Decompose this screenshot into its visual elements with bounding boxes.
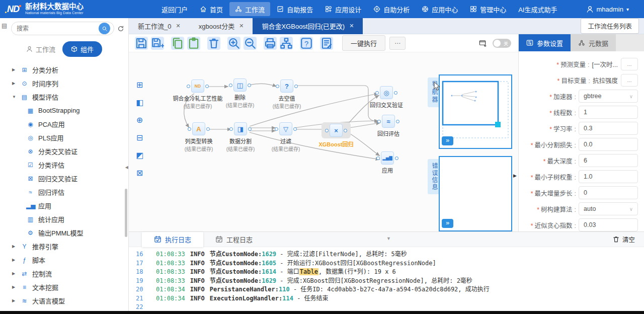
- input-port[interactable]: [275, 127, 278, 131]
- param-select[interactable]: gbtree∨: [579, 90, 638, 103]
- output-port[interactable]: [396, 120, 399, 123]
- toolbar-more-button[interactable]: ⋯: [389, 37, 406, 50]
- nav-item-4[interactable]: 应用设计: [319, 2, 367, 16]
- workflow-tab-0[interactable]: 新工作流_0✕: [129, 18, 190, 34]
- mode-组件[interactable]: 组件: [62, 41, 102, 57]
- tab-metadata[interactable]: 元数据: [571, 34, 616, 51]
- log-tab-project[interactable]: 工程日志: [203, 232, 265, 247]
- align-columns-icon[interactable]: ⊞: [133, 78, 146, 91]
- tree-item-2[interactable]: ▼▤模型评估: [0, 90, 128, 104]
- tree-item-17[interactable]: ▶≋大语言模型: [0, 294, 128, 307]
- mode-工作流[interactable]: 工作流: [26, 44, 55, 54]
- refresh-icon[interactable]: [117, 25, 124, 32]
- chevron-right-icon[interactable]: ▶: [12, 271, 20, 276]
- tree-item-3[interactable]: ▦BootStrapping: [0, 104, 128, 117]
- chevron-right-icon[interactable]: ▶: [12, 285, 20, 289]
- tree-item-13[interactable]: ▶Y推荐引擎: [0, 240, 128, 253]
- input-port[interactable]: [188, 127, 191, 131]
- sidebar-scrollbar[interactable]: [125, 189, 127, 237]
- split-view-icon[interactable]: ◧: [133, 96, 146, 109]
- chevron-right-icon[interactable]: ▶: [12, 258, 20, 262]
- auto-layout-button[interactable]: [280, 37, 293, 50]
- tree-item-0[interactable]: ▶⊞分类分析: [0, 63, 128, 76]
- output-port[interactable]: [293, 127, 297, 131]
- right-panel-collapse-icon[interactable]: ▶: [513, 173, 517, 178]
- node-apply[interactable]: ▂▅▇应用: [357, 151, 418, 174]
- delete-button[interactable]: [207, 37, 220, 50]
- task-list-button[interactable]: 工作流任务列表: [581, 18, 639, 34]
- workflow-canvas[interactable]: ⊞◧⊕⊟◩⊠ ND铜合金冷轧工艺性能(结果已缓存)◫删除(结果已缓存)?去空值(…: [129, 52, 518, 231]
- param-input[interactable]: 0.03: [579, 218, 638, 231]
- workflow-tab-2[interactable]: 铜合金XGBoost回归(已更改)✕: [253, 18, 363, 34]
- save-button[interactable]: [135, 37, 148, 50]
- tab-parameters[interactable]: 参数设置: [519, 34, 571, 51]
- panel-list-icon[interactable]: ▤: [2, 22, 7, 29]
- tree-item-10[interactable]: ▂▅应用: [0, 199, 128, 212]
- param-input[interactable]: 0: [579, 186, 638, 199]
- diagonal-split-icon[interactable]: ◩: [133, 149, 146, 162]
- log-collapse-icon[interactable]: ▼: [386, 236, 391, 241]
- output-port[interactable]: [395, 156, 398, 160]
- tree-item-11[interactable]: ▥统计应用: [0, 212, 128, 226]
- nav-item-5[interactable]: 自助分析: [368, 2, 415, 16]
- input-port[interactable]: [229, 84, 232, 87]
- param-input[interactable]: 1.0: [579, 170, 638, 183]
- save-as-button[interactable]: [151, 37, 164, 50]
- nav-item-0[interactable]: 返回门户: [156, 2, 193, 16]
- input-port[interactable]: [377, 120, 381, 123]
- report-button[interactable]: [320, 37, 333, 50]
- nav-item-1[interactable]: 首页: [194, 2, 228, 16]
- zoom-in-button[interactable]: [227, 37, 240, 50]
- user-menu[interactable]: mhadmin ▾: [586, 6, 629, 13]
- navigator-expand-button[interactable]: »: [442, 136, 453, 145]
- output-port[interactable]: [394, 91, 397, 95]
- node-regression-cv[interactable]: ◎回归交叉验证: [356, 86, 417, 109]
- param-input[interactable]: 6: [579, 154, 638, 167]
- toolbar-toggle[interactable]: 关: [493, 39, 511, 48]
- param-more-button[interactable]: ...: [621, 58, 638, 70]
- paste-button[interactable]: [187, 37, 200, 50]
- param-select[interactable]: auto∨: [579, 202, 638, 215]
- tree-item-14[interactable]: ▶ƒ脚本: [0, 253, 128, 267]
- input-port[interactable]: [325, 129, 329, 132]
- chevron-down-icon[interactable]: ▼: [12, 95, 20, 99]
- output-port[interactable]: [248, 84, 251, 87]
- zoom-out-button[interactable]: [244, 37, 257, 50]
- tree-item-7[interactable]: ☑分类评估: [0, 158, 128, 172]
- tree-item-8[interactable]: ⊠回归交叉验证: [0, 172, 128, 185]
- chevron-right-icon[interactable]: ▶: [12, 81, 20, 86]
- nav-item-2[interactable]: 工作流: [229, 2, 270, 16]
- tree-item-15[interactable]: ▶⇄控制流: [0, 267, 128, 280]
- output-port[interactable]: [248, 127, 252, 131]
- input-port[interactable]: [276, 85, 279, 88]
- close-icon[interactable]: ✕: [239, 23, 244, 29]
- close-icon[interactable]: ✕: [349, 23, 354, 29]
- param-input[interactable]: 0.0: [579, 138, 638, 151]
- run-all-button[interactable]: 一键执行: [342, 35, 385, 51]
- chevron-right-icon[interactable]: ▶: [12, 244, 20, 249]
- distribute-nodes-icon[interactable]: ⊕: [133, 114, 146, 126]
- clear-log-button[interactable]: 清空: [612, 234, 635, 244]
- node-regression-eval[interactable]: ≈回归评估: [358, 115, 419, 137]
- tree-item-5[interactable]: ◎PLS应用: [0, 131, 128, 144]
- tree-item-9[interactable]: ≈回归评估: [0, 185, 128, 199]
- screenshot-icon[interactable]: [479, 39, 487, 47]
- tree-item-6[interactable]: ⊗分类交叉验证: [0, 144, 128, 158]
- error-info-tab[interactable]: 错误信息: [428, 159, 439, 194]
- error-expand-button[interactable]: »: [442, 219, 453, 228]
- output-port[interactable]: [344, 129, 347, 132]
- hierarchy-layout-icon[interactable]: ⊟: [133, 131, 146, 144]
- input-port[interactable]: [375, 91, 379, 95]
- workflow-tab-1[interactable]: xgboost分类✕: [190, 18, 253, 34]
- tree-item-18[interactable]: ▶A规划求解: [0, 307, 128, 311]
- input-port[interactable]: [187, 85, 190, 88]
- param-input[interactable]: 1: [579, 106, 638, 119]
- cluster-tree-icon[interactable]: ⊠: [133, 167, 146, 179]
- nav-item-7[interactable]: 管理中心: [464, 2, 512, 16]
- node-xgboost-regression[interactable]: ×XGBoost回归: [306, 122, 366, 148]
- nav-item-3[interactable]: 自助报告: [271, 2, 318, 16]
- tree-item-16[interactable]: ▶≡文本挖掘: [0, 280, 128, 294]
- chevron-right-icon[interactable]: ▶: [12, 298, 20, 303]
- param-more-button[interactable]: ...: [621, 74, 638, 87]
- nav-item-6[interactable]: 应用中心: [416, 2, 463, 16]
